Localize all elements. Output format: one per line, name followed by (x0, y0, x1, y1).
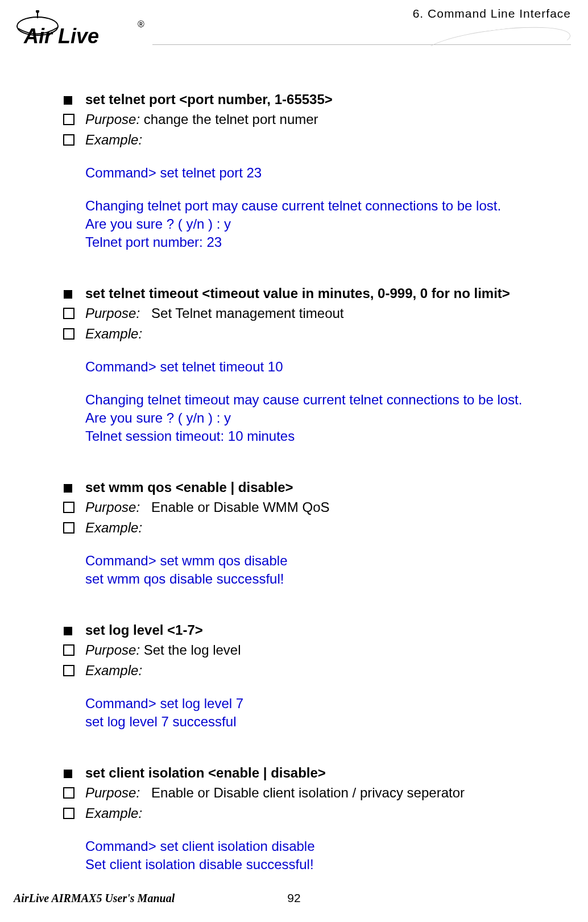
hollow-square-icon (63, 662, 85, 680)
page-footer: AirLive AIRMAX5 User's Manual 92 (0, 891, 588, 905)
example-block: Command> set log level 7 set log level 7… (85, 695, 571, 730)
example-line: Are you sure ? ( y/n ) : y (85, 410, 571, 427)
command-section: set telnet port <port number, 1-65535> P… (63, 91, 571, 251)
svg-point-2 (36, 10, 39, 13)
example-line: Command> set log level 7 (85, 695, 571, 712)
filled-square-icon (63, 622, 85, 639)
example-label: Example: (85, 805, 571, 822)
command-section: set wmm qos <enable | disable> Purpose: … (63, 479, 571, 588)
svg-text:®: ® (138, 19, 144, 29)
hollow-square-icon (63, 519, 85, 538)
hollow-square-icon (63, 499, 85, 517)
example-line: Changing telnet port may cause current t… (85, 197, 571, 214)
hollow-square-icon (63, 111, 85, 129)
hollow-square-icon (63, 305, 85, 323)
filled-square-icon (63, 764, 85, 782)
hollow-square-icon (63, 131, 85, 150)
command-title: set log level <1-7> (85, 622, 571, 639)
example-line: Command> set client isolation disable (85, 838, 571, 855)
command-title: set telnet port <port number, 1-65535> (85, 91, 571, 108)
example-label: Example: (85, 325, 571, 342)
purpose-line: Purpose: Set the log level (85, 642, 571, 659)
example-label: Example: (85, 131, 571, 148)
example-line: Command> set wmm qos disable (85, 552, 571, 569)
airlive-logo: Air Live ® (14, 10, 150, 48)
example-block: Command> set wmm qos disable set wmm qos… (85, 552, 571, 588)
manual-title: AirLive AIRMAX5 User's Manual (14, 892, 175, 905)
example-line: Command> set telnet port 23 (85, 164, 571, 181)
example-line: Are you sure ? ( y/n ) : y (85, 216, 571, 233)
hollow-square-icon (63, 325, 85, 344)
command-title: set telnet timeout <timeout value in min… (85, 285, 571, 302)
example-line: set log level 7 successful (85, 713, 571, 730)
example-block: Command> set telnet port 23 Changing tel… (85, 164, 571, 251)
example-label: Example: (85, 519, 571, 536)
example-line: set wmm qos disable successful! (85, 570, 571, 588)
purpose-line: Purpose: Enable or Disable WMM QoS (85, 499, 571, 516)
example-line: Telnet session timeout: 10 minutes (85, 428, 571, 445)
example-line: Set client isolation disable successful! (85, 856, 571, 873)
command-section: set log level <1-7> Purpose: Set the log… (63, 622, 571, 730)
svg-text:Air Live: Air Live (23, 24, 99, 48)
hollow-square-icon (63, 805, 85, 823)
breadcrumb: 6. Command Line Interface (413, 7, 571, 20)
purpose-line: Purpose: change the telnet port numer (85, 111, 571, 128)
example-block: Command> set telnet timeout 10 Changing … (85, 358, 571, 445)
page-content: set telnet port <port number, 1-65535> P… (0, 57, 588, 873)
example-line: Telnet port number: 23 (85, 234, 571, 251)
page-number: 92 (287, 891, 300, 905)
header-divider (152, 44, 571, 45)
page-header: Air Live ® 6. Command Line Interface (0, 0, 588, 57)
example-label: Example: (85, 662, 571, 679)
command-section: set telnet timeout <timeout value in min… (63, 285, 571, 445)
example-line: Command> set telnet timeout 10 (85, 358, 571, 375)
purpose-line: Purpose: Enable or Disable client isolat… (85, 784, 571, 801)
filled-square-icon (63, 91, 85, 109)
example-line: Changing telnet timeout may cause curren… (85, 391, 571, 408)
filled-square-icon (63, 285, 85, 303)
command-title: set wmm qos <enable | disable> (85, 479, 571, 496)
purpose-line: Purpose: Set Telnet management timeout (85, 305, 571, 322)
example-block: Command> set client isolation disable Se… (85, 838, 571, 873)
hollow-square-icon (63, 784, 85, 803)
command-title: set client isolation <enable | disable> (85, 764, 571, 782)
filled-square-icon (63, 479, 85, 497)
command-section: set client isolation <enable | disable> … (63, 764, 571, 873)
hollow-square-icon (63, 642, 85, 660)
